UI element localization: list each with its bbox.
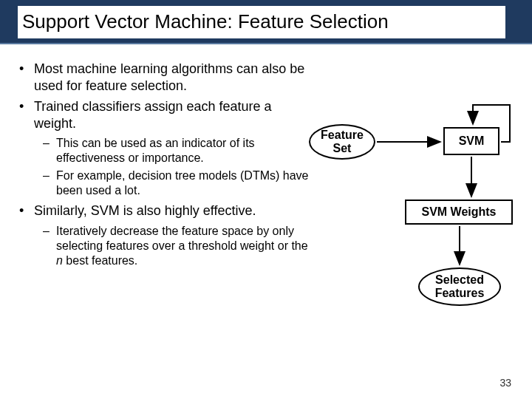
- bullet-2-sub-2: For example, decision tree models (DTMs)…: [41, 168, 309, 198]
- node-svm: SVM: [443, 127, 499, 155]
- bullet-3-text: Similarly, SVM is also highly effective.: [34, 203, 256, 218]
- bullet-3-sub-1: Iteratively decrease the feature space b…: [41, 224, 309, 268]
- bullet-3-sub-1-n: n: [56, 254, 63, 267]
- node-svm-weights: SVM Weights: [405, 200, 513, 225]
- bullet-3-sub-1a: Iteratively decrease the feature space b…: [56, 225, 308, 252]
- bullet-3: Similarly, SVM is also highly effective.…: [16, 202, 309, 268]
- text-column: Most machine learning algorithms can als…: [16, 61, 309, 312]
- bullet-3-sub-1b: best features.: [63, 254, 137, 267]
- title-bar: Support Vector Machine: Feature Selectio…: [0, 0, 532, 44]
- bullet-2: Trained classifiers assign each feature …: [16, 98, 309, 198]
- node-feature-set: Feature Set: [309, 124, 375, 160]
- node-selected-features: Selected Features: [418, 267, 501, 306]
- bullet-2-sub-1: This can be used as an indicator of its …: [41, 136, 309, 166]
- page-number: 33: [499, 377, 511, 389]
- bullet-1: Most machine learning algorithms can als…: [16, 61, 309, 94]
- bullet-2-text: Trained classifiers assign each feature …: [34, 99, 272, 131]
- content-area: Most machine learning algorithms can als…: [0, 44, 532, 312]
- slide-title: Support Vector Machine: Feature Selectio…: [22, 10, 389, 33]
- diagram-column: Feature Set SVM SVM Weights Selected Fea…: [309, 61, 516, 312]
- flow-diagram: Feature Set SVM SVM Weights Selected Fea…: [309, 61, 516, 312]
